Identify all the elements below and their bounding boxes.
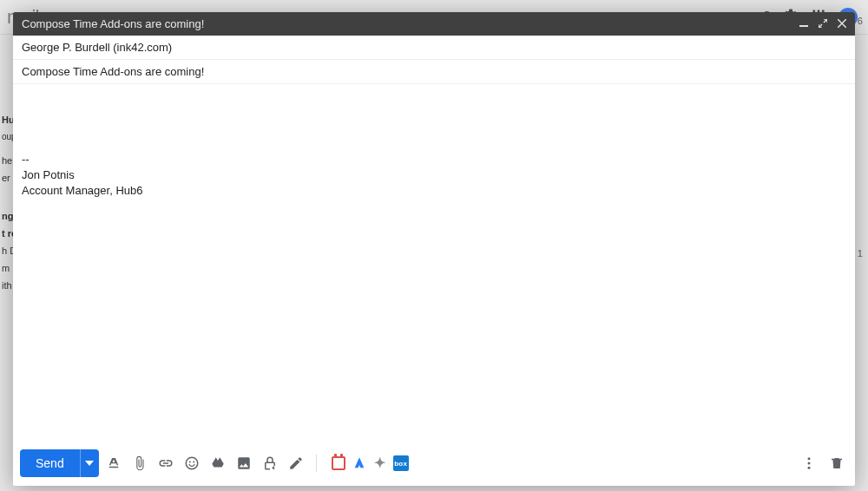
discard-icon[interactable] xyxy=(825,452,848,475)
signature-name: Jon Potnis xyxy=(22,167,846,183)
send-options-button[interactable] xyxy=(80,449,99,477)
svg-point-12 xyxy=(193,462,194,463)
pen-icon[interactable] xyxy=(285,452,307,475)
toolbar-separator xyxy=(316,455,317,472)
subject-input[interactable] xyxy=(22,65,846,78)
plus-addon-icon[interactable]: ✦ xyxy=(372,455,388,471)
atlassian-addon-icon[interactable] xyxy=(352,455,367,471)
to-field[interactable] xyxy=(13,36,855,60)
fullscreen-toggle-icon[interactable] xyxy=(819,17,827,30)
calendar-addon-icon[interactable] xyxy=(331,455,346,471)
to-input[interactable] xyxy=(22,41,846,54)
confidential-icon[interactable] xyxy=(259,452,281,475)
svg-point-14 xyxy=(808,462,811,465)
send-button[interactable]: Send xyxy=(20,449,80,477)
signature-divider: -- xyxy=(22,152,846,167)
svg-point-10 xyxy=(186,457,198,469)
emoji-icon[interactable] xyxy=(181,452,203,475)
formatting-icon[interactable] xyxy=(102,452,125,475)
image-icon[interactable] xyxy=(233,452,255,475)
subject-field[interactable] xyxy=(13,60,855,84)
more-options-icon[interactable] xyxy=(798,452,820,475)
compose-toolbar: Send xyxy=(13,444,855,486)
compose-titlebar[interactable]: Compose Time Add-ons are coming! xyxy=(13,12,855,36)
svg-rect-9 xyxy=(799,25,808,27)
svg-point-11 xyxy=(188,462,190,463)
svg-point-13 xyxy=(808,457,811,460)
close-icon[interactable] xyxy=(838,17,846,30)
drive-icon[interactable] xyxy=(207,452,229,475)
svg-point-15 xyxy=(808,467,811,469)
box-addon-icon[interactable]: box xyxy=(393,455,409,471)
message-body[interactable]: -- Jon Potnis Account Manager, Hub6 xyxy=(13,84,855,444)
compose-window: Compose Time Add-ons are coming! -- Jon … xyxy=(13,12,855,486)
attach-icon[interactable] xyxy=(128,452,151,475)
addon-icons-row: ✦ box xyxy=(331,455,409,471)
minimize-icon[interactable] xyxy=(799,17,808,30)
signature-title: Account Manager, Hub6 xyxy=(22,183,846,199)
compose-title: Compose Time Add-ons are coming! xyxy=(22,17,204,30)
link-icon[interactable] xyxy=(155,452,177,475)
